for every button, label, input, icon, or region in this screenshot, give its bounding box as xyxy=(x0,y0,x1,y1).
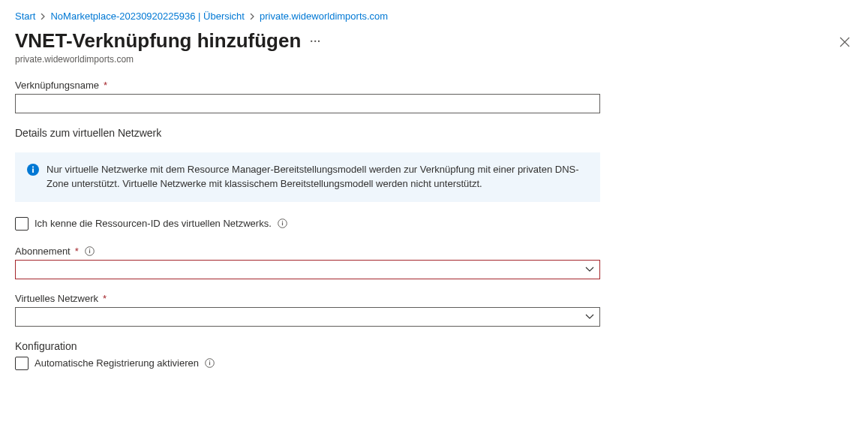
more-actions-button[interactable]: ··· xyxy=(310,35,321,47)
page-title-text: VNET-Verknüpfung hinzufügen xyxy=(15,29,301,53)
svg-rect-1 xyxy=(32,169,34,173)
required-indicator: * xyxy=(103,293,107,304)
svg-rect-4 xyxy=(282,222,283,225)
breadcrumb-item-private-zone[interactable]: private.wideworldimports.com xyxy=(260,11,388,22)
info-icon xyxy=(27,163,39,176)
page-subtitle: private.wideworldimports.com xyxy=(15,54,321,65)
svg-rect-2 xyxy=(32,167,34,168)
link-name-label: Verknüpfungsname* xyxy=(15,80,600,91)
svg-rect-5 xyxy=(282,221,283,222)
info-banner: Nur virtuelle Netzwerke mit dem Resource… xyxy=(15,152,600,202)
subscription-label: Abonnement* xyxy=(15,246,600,257)
vnet-label: Virtuelles Netzwerk* xyxy=(15,293,600,304)
info-banner-text: Nur virtuelle Netzwerke mit dem Resource… xyxy=(47,163,588,191)
breadcrumb-item-start[interactable]: Start xyxy=(15,11,35,22)
help-icon[interactable] xyxy=(85,246,95,256)
subscription-select[interactable] xyxy=(15,260,600,279)
svg-rect-10 xyxy=(209,362,210,365)
svg-rect-8 xyxy=(89,249,90,249)
auto-register-checkbox[interactable] xyxy=(15,357,29,370)
svg-rect-7 xyxy=(89,250,90,253)
help-icon[interactable] xyxy=(278,218,287,228)
required-indicator: * xyxy=(75,246,79,257)
know-resource-id-label: Ich kenne die Ressourcen-ID des virtuell… xyxy=(35,218,272,229)
svg-rect-11 xyxy=(209,360,210,361)
required-indicator: * xyxy=(104,80,107,91)
link-name-input[interactable] xyxy=(15,94,600,113)
chevron-right-icon xyxy=(40,14,46,20)
breadcrumb: Start NoMarketplace-20230920225936 | Übe… xyxy=(15,11,853,22)
help-icon[interactable] xyxy=(205,358,215,368)
page-title: VNET-Verknüpfung hinzufügen ··· xyxy=(15,29,321,53)
know-resource-id-checkbox[interactable] xyxy=(15,217,29,231)
vnet-details-heading: Details zum virtuellen Netzwerk xyxy=(15,127,600,139)
chevron-right-icon xyxy=(249,14,255,20)
vnet-select[interactable] xyxy=(15,307,600,327)
auto-register-label: Automatische Registrierung aktivieren xyxy=(35,357,199,369)
close-button[interactable] xyxy=(836,34,853,50)
breadcrumb-item-marketplace[interactable]: NoMarketplace-20230920225936 | Übersicht xyxy=(50,11,244,22)
config-heading: Konfiguration xyxy=(15,340,600,352)
